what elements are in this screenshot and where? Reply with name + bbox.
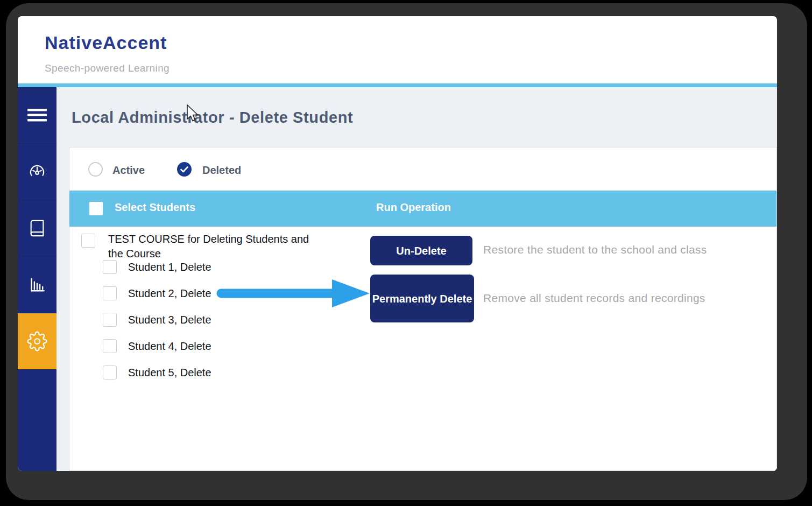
annotation-arrow-icon bbox=[215, 277, 372, 310]
app-window: NativeAccent Speech-powered Learning bbox=[18, 16, 777, 471]
sidebar-item-menu[interactable] bbox=[18, 87, 57, 144]
gauge-dashboard-icon bbox=[27, 162, 47, 181]
sidebar-item-dashboard[interactable] bbox=[18, 144, 57, 200]
bar-chart-reports-icon bbox=[27, 275, 47, 294]
app-header: NativeAccent Speech-powered Learning bbox=[18, 16, 777, 83]
book-courses-icon bbox=[28, 219, 46, 237]
brand-tagline: Speech-powered Learning bbox=[45, 62, 170, 74]
active-radio[interactable] bbox=[88, 162, 103, 177]
student-checkbox[interactable] bbox=[103, 339, 117, 353]
page-title: Local Administrator - Delete Student bbox=[72, 109, 353, 127]
select-students-header: Select Students bbox=[115, 201, 195, 214]
student-label: Student 1, Delete bbox=[128, 261, 211, 273]
student-label: Student 5, Delete bbox=[128, 367, 211, 379]
course-checkbox[interactable] bbox=[81, 234, 95, 248]
student-checkbox[interactable] bbox=[103, 313, 117, 327]
select-all-checkbox[interactable] bbox=[89, 202, 103, 215]
student-row: Student 3, Delete bbox=[103, 313, 211, 327]
student-checkbox[interactable] bbox=[103, 366, 117, 380]
check-icon bbox=[180, 166, 188, 173]
un-delete-button[interactable]: Un-Delete bbox=[370, 236, 472, 265]
brand-logo: NativeAccent bbox=[45, 32, 167, 53]
student-label: Student 3, Delete bbox=[128, 314, 211, 326]
sidebar-nav bbox=[18, 87, 57, 471]
permanently-delete-description: Remove all student records and recording… bbox=[483, 292, 705, 305]
un-delete-description: Restore the student to the school and cl… bbox=[483, 243, 707, 256]
table-header: Select Students Run Operation bbox=[69, 191, 776, 227]
student-checkbox[interactable] bbox=[103, 286, 117, 300]
header-divider bbox=[18, 83, 777, 87]
course-label: TEST COURSE for Deleting Students and th… bbox=[108, 232, 323, 261]
run-operation-header: Run Operation bbox=[376, 201, 451, 214]
mouse-cursor-icon bbox=[186, 104, 199, 124]
sidebar-item-settings[interactable] bbox=[18, 313, 57, 370]
students-panel: Active Deleted Select Students Run Opera… bbox=[69, 147, 777, 471]
student-label: Student 4, Delete bbox=[128, 340, 211, 353]
student-row: Student 5, Delete bbox=[103, 366, 211, 380]
student-label: Student 2, Delete bbox=[128, 287, 211, 300]
permanently-delete-button[interactable]: Permanently Delete bbox=[370, 275, 474, 322]
main-content: Local Administrator - Delete Student Act… bbox=[57, 87, 777, 471]
sidebar-item-reports[interactable] bbox=[18, 257, 57, 313]
student-row: Student 4, Delete bbox=[103, 339, 211, 353]
student-row: Student 2, Delete bbox=[103, 286, 211, 300]
deleted-radio-label: Deleted bbox=[202, 164, 241, 177]
student-row: Student 1, Delete bbox=[103, 260, 211, 274]
sidebar-item-courses[interactable] bbox=[18, 200, 57, 257]
student-checkbox[interactable] bbox=[103, 260, 117, 274]
deleted-radio[interactable] bbox=[177, 162, 192, 177]
hamburger-menu-icon bbox=[27, 108, 47, 123]
gear-settings-icon bbox=[27, 331, 47, 352]
active-radio-label: Active bbox=[112, 164, 145, 177]
